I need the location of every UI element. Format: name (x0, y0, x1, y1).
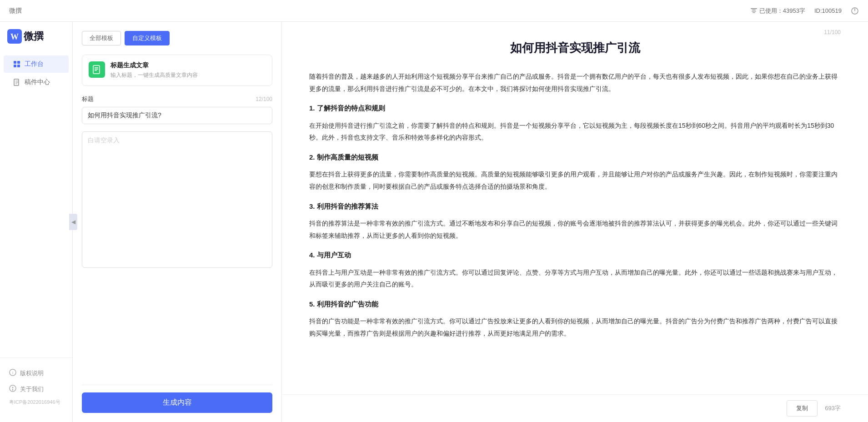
left-panel: 全部模板 自定义模板 标题生成文章 输入标题，一键生成高质量文章内容 (73, 22, 282, 422)
content-textarea[interactable] (82, 131, 272, 268)
app-body: W 微撰 工作台 (0, 22, 868, 422)
svg-rect-20 (12, 389, 13, 391)
sidebar-item-about[interactable]: 关于我们 (0, 381, 72, 397)
topbar-id: ID:100519 (814, 7, 842, 14)
sidebar-item-workspace-label: 工作台 (25, 60, 44, 68)
article-paragraph: 要想在抖音上获得更多的流量，你需要制作高质量的短视频。高质量的短视频能够吸引更多… (309, 168, 841, 192)
tab-all-templates[interactable]: 全部模板 (82, 31, 121, 45)
svg-text:W: W (10, 32, 19, 41)
sidebar-logo: W 微撰 (0, 29, 72, 55)
article-paragraph: 抖音的广告功能是一种非常有效的推广引流方式。你可以通过广告投放来让更多的人看到你… (309, 315, 841, 339)
sidebar-nav: 工作台 稿件中心 (0, 55, 72, 357)
title-label: 标题 12/100 (82, 95, 272, 103)
article-heading: 1. 了解抖音的特点和规则 (309, 102, 841, 115)
svg-text:i: i (12, 371, 13, 375)
file-icon (13, 78, 21, 86)
template-card[interactable]: 标题生成文章 输入标题，一键生成高质量文章内容 (82, 55, 272, 86)
svg-rect-11 (17, 65, 20, 67)
sidebar-item-drafts-label: 稿件中心 (25, 78, 50, 86)
template-name: 标题生成文章 (110, 61, 266, 70)
svg-rect-2 (752, 11, 756, 12)
template-info: 标题生成文章 输入标题，一键生成高质量文章内容 (110, 61, 266, 79)
sidebar-bottom: i 版权说明 关于我们 粤ICP备2022016946号 (0, 357, 72, 415)
copy-button[interactable]: 复制 (787, 400, 818, 417)
article-heading: 5. 利用抖音的广告功能 (309, 298, 841, 311)
svg-point-19 (12, 387, 14, 388)
document-icon (92, 65, 101, 74)
grid-icon (13, 60, 21, 68)
tab-custom-templates[interactable]: 自定义模板 (125, 31, 170, 45)
usage-label: 已使用：43953字 (759, 7, 805, 15)
svg-rect-3 (753, 12, 755, 13)
title-input[interactable] (82, 107, 272, 124)
sidebar-item-drafts[interactable]: 稿件中心 (4, 74, 69, 91)
article-footer: 复制 693字 (282, 394, 868, 422)
info-icon: i (9, 369, 16, 377)
topbar-usage: 已使用：43953字 (750, 7, 805, 15)
chevron-left-icon: ◀ (71, 219, 75, 225)
sidebar: W 微撰 工作台 (0, 22, 73, 422)
article-paragraph: 抖音的推荐算法是一种非常有效的推广引流方式。通过不断地发布和分享自己的短视频，你… (309, 217, 841, 241)
power-icon[interactable] (851, 7, 859, 15)
article-paragraph: 在抖音上与用户互动是一种非常有效的推广引流方式。你可以通过回复评论、点赞、分享等… (309, 266, 841, 291)
main-content: 全部模板 自定义模板 标题生成文章 输入标题，一键生成高质量文章内容 (73, 22, 868, 422)
article-paragraph: 随着抖音的普及，越来越多的人开始利用这个短视频分享平台来推广自己的产品或服务。抖… (309, 70, 841, 95)
article-heading: 2. 制作高质量的短视频 (309, 151, 841, 164)
sidebar-item-workspace[interactable]: 工作台 (4, 55, 69, 73)
panel-tabs: 全部模板 自定义模板 (82, 31, 272, 45)
sidebar-item-copyright[interactable]: i 版权说明 (0, 365, 72, 381)
template-desc: 输入标题，一键生成高质量文章内容 (110, 71, 266, 79)
article-paragraph: 在开始使用抖音进行推广引流之前，你需要了解抖音的特点和规则。抖音是一个短视频分享… (309, 120, 841, 144)
svg-rect-0 (751, 8, 757, 9)
sidebar-collapse-button[interactable]: ◀ (69, 214, 77, 230)
article-heading: 4. 与用户互动 (309, 249, 841, 262)
title-label-text: 标题 (82, 95, 94, 103)
svg-rect-9 (17, 61, 20, 64)
logo-icon: W (7, 29, 22, 44)
right-panel: 11/100 如何用抖音实现推广引流 随着抖音的普及，越来越多的人开始利用这个短… (282, 22, 868, 422)
form-divider (82, 385, 272, 385)
title-char-count: 12/100 (256, 96, 272, 102)
article-heading: 3. 利用抖音的推荐算法 (309, 200, 841, 213)
logo-text: 微撰 (24, 30, 44, 43)
template-icon (89, 61, 105, 78)
icp-text: 粤ICP备2022016946号 (0, 397, 72, 407)
font-icon (750, 7, 758, 15)
generate-button[interactable]: 生成内容 (82, 392, 272, 413)
article-title: 如何用抖音实现推广引流 (309, 40, 841, 56)
svg-rect-8 (14, 61, 16, 64)
sidebar-item-copyright-label: 版权说明 (20, 369, 44, 377)
article-body: 随着抖音的普及，越来越多的人开始利用这个短视频分享平台来推广自己的产品或服务。抖… (309, 70, 841, 340)
svg-rect-1 (752, 10, 756, 10)
svg-rect-10 (14, 65, 16, 67)
sidebar-item-about-label: 关于我们 (20, 385, 44, 393)
topbar: 微撰 已使用：43953字 ID:100519 (0, 0, 868, 22)
about-icon (9, 385, 16, 393)
topbar-right: 已使用：43953字 ID:100519 (750, 7, 859, 15)
svg-rect-21 (93, 65, 100, 74)
word-count: 693字 (825, 404, 841, 412)
topbar-title: 微撰 (9, 7, 22, 15)
page-number: 11/100 (824, 29, 841, 35)
article-container: 11/100 如何用抖音实现推广引流 随着抖音的普及，越来越多的人开始利用这个短… (282, 22, 868, 394)
